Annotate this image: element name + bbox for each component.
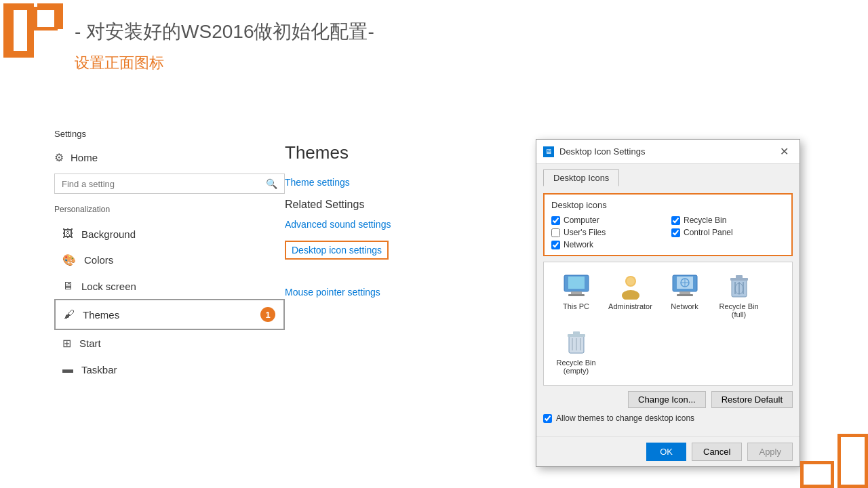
checkbox-control-panel-input[interactable] bbox=[671, 228, 680, 237]
nav-label-taskbar: Taskbar bbox=[81, 364, 117, 375]
nav-label-background: Background bbox=[81, 228, 136, 240]
svg-rect-5 bbox=[14, 10, 27, 51]
icon-item-recycle-bin-full[interactable]: Recycle Bin (full) bbox=[713, 269, 764, 322]
bottom-right-decoration bbox=[800, 427, 868, 488]
main-content: Themes Theme settings Related Settings A… bbox=[285, 142, 515, 308]
dialog-app-icon: 🖥 bbox=[543, 146, 554, 157]
personalization-label: Personalization bbox=[54, 205, 285, 214]
mouse-pointer-link[interactable]: Mouse pointer settings bbox=[285, 287, 515, 298]
nav-item-themes[interactable]: 🖌 Themes 1 bbox=[54, 299, 285, 330]
dialog-title: Desktop Icon Settings bbox=[559, 146, 770, 157]
recycle-bin-full-label: Recycle Bin (full) bbox=[717, 302, 761, 319]
nav-label-start: Start bbox=[79, 338, 101, 349]
svg-rect-19 bbox=[679, 291, 690, 294]
checkbox-recycle-bin-input[interactable] bbox=[671, 216, 680, 225]
checkbox-users-files[interactable]: User's Files bbox=[551, 228, 665, 237]
theme-settings-link[interactable]: Theme settings bbox=[285, 177, 515, 188]
checkbox-recycle-bin[interactable]: Recycle Bin bbox=[671, 216, 785, 225]
desktop-icons-group: Desktop icons Computer Recycle Bin User'… bbox=[543, 193, 793, 256]
checkbox-computer[interactable]: Computer bbox=[551, 216, 665, 225]
allow-themes-checkbox[interactable] bbox=[543, 414, 552, 423]
icon-item-this-pc[interactable]: This PC bbox=[551, 269, 601, 322]
dialog-tab-desktop-icons[interactable]: Desktop Icons bbox=[543, 169, 619, 186]
svg-point-13 bbox=[627, 277, 635, 285]
allow-themes-row: Allow themes to change desktop icons bbox=[543, 413, 793, 423]
this-pc-label: This PC bbox=[563, 302, 589, 310]
svg-rect-37 bbox=[804, 464, 831, 485]
header-subtitle: 设置正面图标 bbox=[75, 53, 868, 73]
checkbox-network[interactable]: Network bbox=[551, 240, 665, 249]
nav-item-background[interactable]: 🖼 Background bbox=[54, 221, 285, 247]
start-icon: ⊞ bbox=[62, 337, 71, 350]
themes-icon: 🖌 bbox=[64, 308, 75, 321]
svg-rect-30 bbox=[573, 331, 580, 335]
dialog-tabs: Desktop Icons bbox=[536, 164, 800, 186]
search-box[interactable]: 🔍 bbox=[54, 174, 285, 194]
dialog-body: Desktop icons Computer Recycle Bin User'… bbox=[536, 186, 800, 436]
checkbox-users-files-label: User's Files bbox=[564, 228, 606, 237]
icon-item-recycle-bin-empty[interactable]: Recycle Bin (empty) bbox=[551, 325, 601, 378]
svg-rect-8 bbox=[568, 277, 585, 289]
apply-button[interactable]: Apply bbox=[747, 443, 793, 461]
taskbar-icon: ▬ bbox=[62, 363, 73, 375]
nav-item-start[interactable]: ⊞ Start bbox=[54, 330, 285, 357]
advanced-sound-link[interactable]: Advanced sound settings bbox=[285, 219, 515, 230]
search-icon: 🔍 bbox=[266, 178, 277, 189]
svg-rect-10 bbox=[568, 294, 585, 296]
nav-label-colors: Colors bbox=[84, 254, 113, 266]
themes-badge: 1 bbox=[260, 307, 275, 322]
icon-item-administrator[interactable]: Administrator bbox=[605, 269, 656, 322]
nav-label-lock-screen: Lock screen bbox=[81, 281, 136, 292]
settings-panel: Settings ⚙ Home 🔍 Personalization 🖼 Back… bbox=[54, 129, 285, 468]
checkbox-control-panel-label: Control Panel bbox=[684, 228, 733, 237]
administrator-icon bbox=[617, 272, 644, 300]
svg-rect-36 bbox=[841, 437, 865, 485]
recycle-bin-empty-icon bbox=[563, 329, 590, 356]
administrator-label: Administrator bbox=[608, 302, 652, 310]
colors-icon: 🎨 bbox=[62, 253, 76, 266]
header: - 对安装好的WS2016做初始化配置- 设置正面图标 bbox=[75, 7, 868, 73]
lock-screen-icon: 🖥 bbox=[62, 280, 73, 292]
nav-item-taskbar[interactable]: ▬ Taskbar bbox=[54, 357, 285, 382]
logo-decoration bbox=[3, 3, 63, 58]
svg-rect-23 bbox=[736, 275, 743, 279]
checkbox-users-files-input[interactable] bbox=[551, 228, 560, 237]
header-title: - 对安装好的WS2016做初始化配置- bbox=[75, 19, 868, 45]
settings-label: Settings bbox=[54, 129, 285, 139]
icon-item-network[interactable]: Network bbox=[659, 269, 710, 322]
checkbox-grid: Computer Recycle Bin User's Files Contro… bbox=[551, 216, 785, 249]
restore-default-button[interactable]: Restore Default bbox=[711, 391, 793, 408]
checkbox-control-panel[interactable]: Control Panel bbox=[671, 228, 785, 237]
icon-preview: This PC Administrator bbox=[543, 262, 793, 386]
nav-item-lock-screen[interactable]: 🖥 Lock screen bbox=[54, 273, 285, 299]
desktop-icon-settings-dialog: 🖥 Desktop Icon Settings ✕ Desktop Icons … bbox=[536, 139, 800, 467]
dialog-close-button[interactable]: ✕ bbox=[776, 144, 793, 159]
recycle-bin-empty-label: Recycle Bin (empty) bbox=[554, 359, 598, 375]
svg-rect-20 bbox=[677, 294, 693, 296]
cancel-button[interactable]: Cancel bbox=[692, 443, 742, 461]
home-icon: ⚙ bbox=[54, 151, 64, 164]
checkbox-network-label: Network bbox=[564, 240, 593, 249]
svg-rect-9 bbox=[571, 291, 582, 294]
home-label: Home bbox=[71, 152, 98, 163]
checkbox-computer-label: Computer bbox=[564, 216, 599, 225]
home-nav-item[interactable]: ⚙ Home bbox=[54, 147, 285, 168]
nav-label-themes: Themes bbox=[83, 309, 119, 321]
background-icon: 🖼 bbox=[62, 228, 73, 240]
icon-action-buttons: Change Icon... Restore Default bbox=[543, 391, 793, 408]
ok-button[interactable]: OK bbox=[646, 443, 686, 461]
svg-rect-6 bbox=[37, 10, 54, 27]
checkbox-computer-input[interactable] bbox=[551, 216, 560, 225]
network-label: Network bbox=[671, 302, 698, 310]
dialog-footer: OK Cancel Apply bbox=[536, 436, 800, 466]
nav-item-colors[interactable]: 🎨 Colors bbox=[54, 247, 285, 273]
allow-themes-label: Allow themes to change desktop icons bbox=[556, 413, 694, 423]
desktop-icon-link[interactable]: Desktop icon settings bbox=[285, 241, 389, 260]
search-input[interactable] bbox=[62, 179, 266, 189]
main-title: Themes bbox=[285, 142, 515, 163]
checkbox-network-input[interactable] bbox=[551, 241, 560, 249]
related-settings-label: Related Settings bbox=[285, 199, 515, 211]
recycle-bin-full-icon bbox=[726, 272, 753, 300]
network-icon bbox=[671, 272, 698, 300]
change-icon-button[interactable]: Change Icon... bbox=[628, 391, 706, 408]
